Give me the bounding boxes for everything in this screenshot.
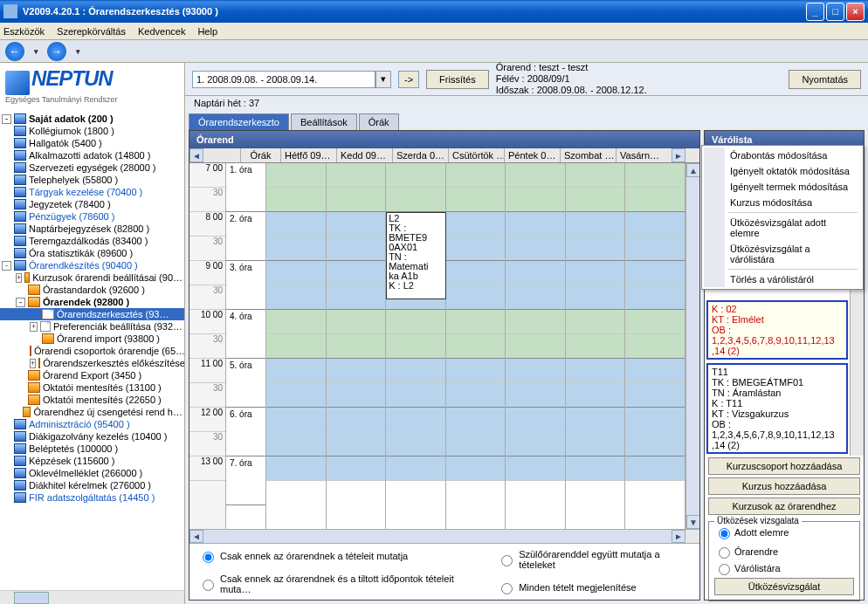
day-column[interactable] — [506, 163, 566, 529]
day-column[interactable] — [566, 163, 626, 529]
tabs: ÓrarendszerkesztoBeállításokÓrák — [185, 113, 868, 130]
scroll-left-button[interactable]: ◄ — [189, 148, 203, 162]
tree-item[interactable]: Alkalmazotti adatok (14800 ) — [0, 149, 184, 161]
tree-hscroll[interactable] — [0, 590, 184, 604]
radio-waitlist[interactable]: Várólistára — [714, 561, 781, 575]
print-button[interactable]: Nyomtatás — [789, 70, 861, 89]
context-menu-item[interactable]: Ütközésvizsgálat adott elemre — [705, 215, 850, 241]
menu-eszkoz[interactable]: Eszközök — [3, 26, 45, 37]
tree-item[interactable]: Kollégiumok (1800 ) — [0, 125, 184, 137]
context-menu-item[interactable]: Ütközésvizsgálat a várólistára — [705, 241, 850, 267]
radio-schedule[interactable]: Órarendre — [714, 545, 778, 559]
day-header[interactable]: Csütörtök … — [448, 148, 504, 162]
tree-item[interactable]: FIR adatszolgáltatás (14450 ) — [0, 491, 184, 504]
tab[interactable]: Órarendszerkeszto — [189, 113, 289, 130]
next-range-button[interactable]: -> — [398, 71, 419, 88]
tree-item[interactable]: Diákhitel kérelmek (276000 ) — [0, 479, 184, 491]
radio-own-items[interactable]: Csak ennek az órarendnek a tételeit muta… — [198, 549, 476, 563]
day-column[interactable] — [446, 163, 506, 529]
tree-item[interactable]: Naptárbejegyzések (82800 ) — [0, 223, 184, 235]
minimize-button[interactable]: _ — [806, 3, 824, 21]
tree-item[interactable]: Órarendi csoportok órarendje (65… — [0, 345, 184, 357]
menu-help[interactable]: Help — [197, 26, 217, 37]
day-header[interactable]: Kedd 09… — [336, 148, 392, 162]
add-course-button[interactable]: Kurzus hozzáadása — [708, 477, 860, 495]
refresh-button[interactable]: Frissítés — [426, 70, 489, 89]
tree-item[interactable]: Oklevélmelléklet (266000 ) — [0, 467, 184, 479]
schedule-body[interactable]: 7 00308 00309 003010 003011 003012 00301… — [189, 163, 699, 529]
tree-item[interactable]: +Kurzusok órarendi beállításai (90… — [0, 271, 184, 284]
context-menu-item[interactable]: Kurzus módosítása — [705, 195, 850, 210]
tree-expand-icon[interactable]: + — [30, 322, 38, 332]
tab[interactable]: Beállítások — [291, 113, 357, 130]
tree-item[interactable]: Pénzügyek (78600 ) — [0, 210, 184, 223]
tree-expand-icon[interactable]: - — [16, 298, 25, 307]
waitlist-item-1[interactable]: K : 02 KT : Elmélet OB : 1,2,3,4,5,6,7,8… — [706, 300, 848, 360]
day-header[interactable]: Szerda 0… — [392, 148, 448, 162]
tree-item[interactable]: +Órarendszerkesztés előkészítése… — [0, 357, 184, 369]
radio-current-element[interactable]: Adott elemre — [714, 525, 789, 539]
tree-item[interactable]: -Órarendkészítés (90400 ) — [0, 259, 184, 271]
day-column[interactable] — [266, 163, 327, 529]
tree-item[interactable]: Diákigazolvány kezelés (10400 ) — [0, 430, 184, 443]
day-column[interactable] — [327, 163, 387, 529]
date-range-input[interactable] — [192, 71, 375, 88]
tree-item[interactable]: Adminisztráció (95400 ) — [0, 418, 184, 430]
tree-expand-icon[interactable]: + — [30, 359, 36, 368]
nav-forward-button[interactable]: → — [47, 42, 66, 61]
tree-item[interactable]: -Saját adatok (200 ) — [0, 113, 184, 125]
menu-szerepkor[interactable]: Szerepkörváltás — [57, 26, 126, 37]
menu-kedvencek[interactable]: Kedvencek — [138, 26, 185, 37]
context-menu-item[interactable]: Igényelt termek módosítása — [705, 179, 850, 195]
day-header[interactable]: Péntek 0… — [504, 148, 560, 162]
tree-expand-icon[interactable]: + — [16, 273, 22, 283]
tree-item[interactable]: Oktatói mentesítés (13100 ) — [0, 381, 184, 394]
schedule-vscroll[interactable]: ▲ ▼ — [685, 163, 699, 529]
tree-item[interactable]: Óra statisztikák (89600 ) — [0, 247, 184, 259]
tree-item[interactable]: Jegyzetek (78400 ) — [0, 198, 184, 210]
context-menu-item[interactable]: Igényelt oktatók módosítása — [705, 163, 850, 179]
tree-item[interactable]: Telephelyek (55800 ) — [0, 174, 184, 186]
collision-check-button[interactable]: Ütközésvizsgálat — [714, 578, 854, 595]
day-column[interactable] — [625, 163, 685, 529]
maximize-button[interactable]: □ — [826, 3, 844, 21]
waitlist-item-2[interactable]: T11 TK : BMEGEÁTMF01 TN : Áramlástan K :… — [706, 363, 848, 454]
tree-item[interactable]: Tárgyak kezelése (70400 ) — [0, 186, 184, 198]
tree-item[interactable]: Szervezeti egységek (28000 ) — [0, 161, 184, 174]
close-button[interactable]: × — [846, 3, 865, 21]
tab[interactable]: Órák — [359, 113, 399, 130]
tree-item[interactable]: Oktatói mentesítés (22650 ) — [0, 394, 184, 406]
tree-item[interactable]: Beléptetés (100000 ) — [0, 443, 184, 455]
dropdown-arrow-icon[interactable]: ▾ — [375, 71, 391, 88]
add-course-group-button[interactable]: Kurzuscsoport hozzáadása — [708, 457, 860, 475]
day-header[interactable]: Vasárn… — [616, 148, 672, 162]
radio-own-and-blocked[interactable]: Csak ennek az órarendnek és a tiltott id… — [198, 573, 476, 594]
schedule-hscroll[interactable]: ◄ ► — [189, 529, 699, 543]
tree-item[interactable]: Képzések (115600 ) — [0, 455, 184, 467]
context-menu-item[interactable]: Törlés a várólistáról — [705, 271, 850, 287]
nav-back-dropdown[interactable]: ▾ — [30, 42, 42, 61]
tree-item[interactable]: +Preferenciák beállítása (932… — [0, 320, 184, 333]
tree-item[interactable]: Órarend Export (3450 ) — [0, 369, 184, 381]
tree-item[interactable]: Teremgazdálkodás (83400 ) — [0, 235, 184, 247]
tree-item[interactable]: Órarendhez új csengetési rend h… — [0, 406, 184, 418]
scroll-right-button[interactable]: ► — [672, 148, 685, 162]
courses-to-schedule-button[interactable]: Kurzusok az órarendhez — [708, 498, 860, 515]
tree-expand-icon[interactable]: - — [2, 114, 11, 124]
context-menu-item[interactable]: Órabontás módosítása — [705, 148, 850, 163]
radio-all-items[interactable]: Minden tételt megjelenítése — [497, 580, 691, 594]
tree-item[interactable]: Órarendszerkesztés (93… — [0, 308, 184, 320]
tree-item[interactable]: Órarend import (93800 ) — [0, 333, 184, 345]
tree-item[interactable]: -Órarendek (92800 ) — [0, 296, 184, 308]
tree-item[interactable]: Órastandardok (92600 ) — [0, 284, 184, 296]
tree-expand-icon[interactable]: - — [2, 261, 11, 271]
radio-with-parent[interactable]: Szülőórarenddel együtt mutatja a tételek… — [497, 549, 691, 570]
day-header[interactable]: Hétfő 09… — [280, 148, 336, 162]
schedule-event[interactable]: L2TK :BMETE90AX01TN :Matematika A1bK : L… — [386, 212, 446, 299]
nav-forward-dropdown[interactable]: ▾ — [72, 42, 84, 61]
tree-item[interactable]: Hallgatók (5400 ) — [0, 137, 184, 149]
nav-back-button[interactable]: ← — [5, 42, 24, 61]
date-range-dropdown[interactable]: ▾ — [192, 71, 391, 88]
nav-tree[interactable]: -Saját adatok (200 )Kollégiumok (1800 )H… — [0, 111, 184, 590]
day-header[interactable]: Szombat … — [560, 148, 616, 162]
